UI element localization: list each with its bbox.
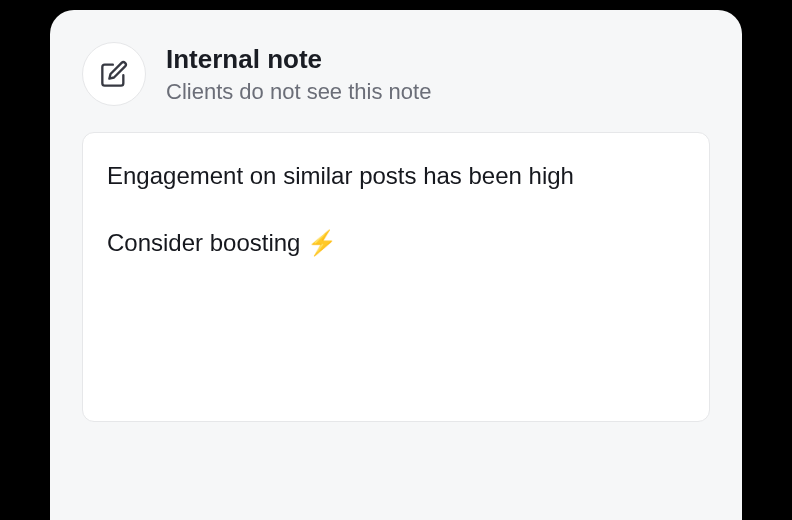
card-header: Internal note Clients do not see this no… bbox=[82, 42, 710, 106]
internal-note-card: Internal note Clients do not see this no… bbox=[50, 10, 742, 520]
edit-note-icon bbox=[82, 42, 146, 106]
header-text: Internal note Clients do not see this no… bbox=[166, 42, 431, 105]
card-subtitle: Clients do not see this note bbox=[166, 79, 431, 105]
card-title: Internal note bbox=[166, 44, 431, 75]
note-content-box[interactable]: Engagement on similar posts has been hig… bbox=[82, 132, 710, 422]
